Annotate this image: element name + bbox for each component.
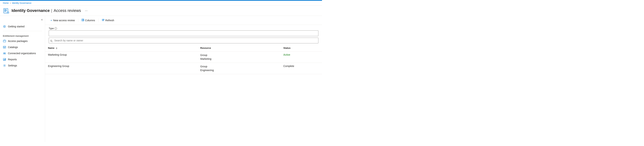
filters-area: Type i [45, 25, 322, 38]
svg-rect-9 [4, 40, 5, 40]
connected-organizations-label: Connected organizations [8, 52, 36, 55]
more-options-button[interactable]: ··· [84, 8, 89, 13]
breadcrumb: Home > Identity Governance [0, 1, 322, 5]
col-header-name[interactable]: Name [45, 45, 197, 51]
sidebar-item-access-packages[interactable]: Access packages [0, 38, 45, 44]
page-icon [3, 7, 10, 14]
row-2-resource: Group Engineering [197, 63, 280, 74]
page-title-block: Identity Governance | Access reviews [12, 8, 81, 13]
svg-rect-19 [5, 59, 6, 60]
svg-point-24 [50, 40, 52, 42]
row-1-resource: Group Marketing [197, 51, 280, 63]
page-header: Identity Governance | Access reviews ··· [0, 5, 322, 16]
search-input[interactable] [49, 38, 318, 43]
svg-rect-17 [4, 60, 4, 60]
columns-icon [82, 19, 84, 22]
svg-point-14 [4, 53, 4, 54]
page-title-separator: | [51, 8, 52, 13]
page-title-sub: Access reviews [54, 8, 81, 13]
toolbar-separator-2 [98, 18, 98, 22]
breadcrumb-current[interactable]: Identity Governance [12, 2, 31, 4]
row-2-status-badge: Complete [284, 65, 294, 67]
columns-label: Columns [85, 19, 95, 22]
data-table: Name Resource Status [45, 45, 322, 74]
svg-rect-21 [82, 19, 82, 21]
svg-rect-23 [84, 19, 84, 21]
row-1-resource-name: Marketing [200, 57, 278, 61]
col-header-status: Status [280, 45, 322, 51]
type-label-text: Type [49, 27, 54, 30]
row-2-resource-type: Group [200, 65, 278, 68]
row-1-status: Active [280, 51, 322, 63]
sidebar-item-getting-started[interactable]: Getting started [0, 23, 45, 29]
new-access-review-button[interactable]: + New access review [49, 18, 77, 23]
reports-label: Reports [8, 58, 17, 61]
sidebar-item-reports[interactable]: Reports [0, 56, 45, 62]
search-icon [50, 40, 52, 43]
sidebar: « Getting started Entitlement management [0, 16, 45, 142]
getting-started-icon [3, 25, 6, 28]
sidebar-collapse-area: « [0, 17, 45, 23]
row-1-name: Marketing Group [45, 51, 197, 63]
page-title-main: Identity Governance [12, 8, 50, 13]
toolbar-separator-1 [78, 18, 78, 22]
svg-rect-4 [4, 9, 6, 10]
table-row[interactable]: Engineering Group Group Engineering Comp… [45, 63, 322, 74]
svg-rect-5 [4, 10, 7, 11]
reports-icon [3, 58, 6, 61]
toolbar: + New access review Columns [45, 16, 322, 25]
type-filter-select[interactable] [49, 30, 318, 36]
row-2-name: Engineering Group [45, 63, 197, 74]
catalogs-icon [3, 45, 6, 49]
getting-started-label: Getting started [8, 25, 24, 28]
table-body: Marketing Group Group Marketing Active E… [45, 51, 322, 74]
connected-organizations-icon [3, 52, 6, 55]
row-1-resource-type: Group [200, 53, 278, 57]
row-2-resource-name: Engineering [200, 68, 278, 72]
settings-icon [3, 64, 6, 67]
sidebar-collapse-button[interactable]: « [41, 18, 43, 21]
sidebar-item-connected-organizations[interactable]: Connected organizations [0, 50, 45, 56]
table-header: Name Resource Status [45, 45, 322, 51]
sidebar-item-settings[interactable]: Settings [0, 62, 45, 69]
search-box-wrap [45, 38, 322, 45]
svg-point-15 [4, 53, 6, 54]
sidebar-divider [3, 31, 42, 31]
entitlement-management-label: Entitlement management [0, 33, 45, 38]
svg-rect-22 [82, 19, 83, 21]
svg-rect-6 [4, 11, 6, 11]
access-packages-label: Access packages [8, 40, 28, 42]
table-row[interactable]: Marketing Group Group Marketing Active [45, 51, 322, 63]
row-1-status-badge: Active [284, 53, 290, 56]
columns-button[interactable]: Columns [80, 18, 97, 23]
type-info-icon[interactable]: i [54, 27, 57, 30]
settings-label: Settings [8, 64, 17, 67]
breadcrumb-separator: > [10, 2, 11, 4]
svg-rect-10 [3, 46, 6, 48]
new-access-review-label: New access review [53, 19, 75, 22]
catalogs-label: Catalogs [8, 46, 18, 49]
col-header-resource: Resource [197, 45, 280, 51]
name-sort-icon[interactable] [56, 47, 58, 49]
svg-point-20 [4, 65, 5, 66]
main-layout: « Getting started Entitlement management [0, 16, 322, 142]
refresh-label: Refresh [105, 19, 114, 22]
content-area: + New access review Columns [45, 16, 322, 142]
plus-icon: + [50, 19, 52, 22]
svg-rect-18 [4, 59, 5, 60]
breadcrumb-home[interactable]: Home [3, 2, 9, 4]
svg-line-25 [52, 41, 52, 42]
access-packages-icon [3, 39, 6, 43]
type-filter-label: Type i [49, 27, 318, 30]
refresh-icon [102, 19, 104, 22]
row-2-status: Complete [280, 63, 322, 74]
sidebar-item-catalogs[interactable]: Catalogs [0, 44, 45, 50]
refresh-button[interactable]: Refresh [100, 18, 116, 23]
